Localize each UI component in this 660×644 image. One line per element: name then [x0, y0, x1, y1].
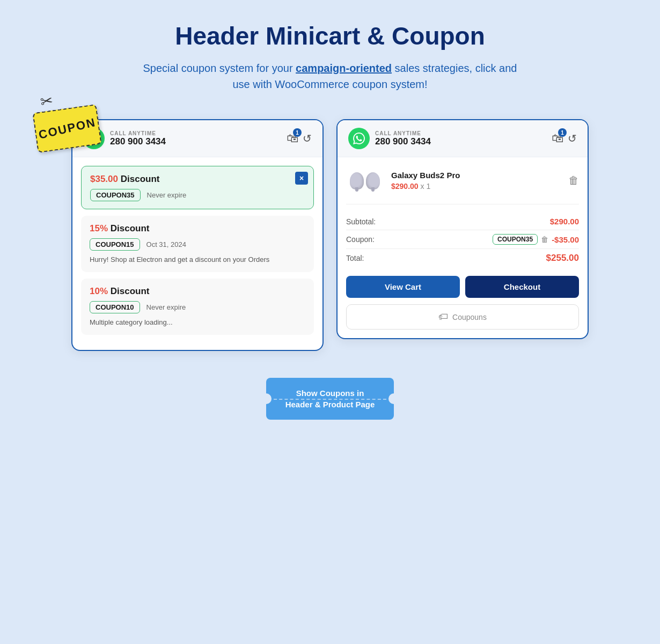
coupon-label: Coupon:	[346, 235, 375, 244]
coupon-2-amount: 15%	[90, 223, 108, 233]
page-subtitle: Special coupon system for your campaign-…	[142, 60, 518, 92]
view-cart-button[interactable]: View Cart	[346, 276, 460, 298]
cart-badge: 1	[293, 128, 302, 137]
minicart-body: Galaxy Buds2 Pro $290.00 x 1 🗑 Subtotal:…	[338, 157, 588, 338]
coupon-2-discount: 15% Discount	[90, 223, 305, 234]
cart-totals: Subtotal: $290.00 Coupon: COUPON35 🗑 -$3…	[346, 213, 579, 267]
coupon-item-1: × $35.00 Discount COUPON35 Never expire	[81, 166, 314, 209]
earbud-right	[366, 172, 380, 189]
coupon-3-description: Multiple category loading...	[90, 318, 305, 327]
coupon-3-amount: 10%	[90, 286, 108, 296]
coupon-applied-code[interactable]: COUPON35	[493, 234, 538, 245]
coupon-3-code[interactable]: COUPON10	[90, 301, 140, 313]
minicart-header-icons: 🛍 1 ↺	[552, 131, 577, 145]
subtotal-value: $290.00	[550, 217, 579, 226]
minicart-refresh-icon[interactable]: ↺	[568, 132, 577, 145]
coupon-3-expire: Never expire	[146, 303, 186, 311]
coupon-list: × $35.00 Discount COUPON35 Never expire …	[72, 157, 322, 350]
coupon-close-button[interactable]: ×	[295, 172, 308, 185]
product-price-value: $290.00	[391, 182, 419, 191]
coupon-1-amount: $35.00	[90, 174, 118, 184]
bottom-ticket: Show Coupons in Header & Product Page	[266, 378, 394, 420]
coupon-item-2: 15% Discount COUPON15 Oct 31, 2024 Hurry…	[81, 216, 314, 272]
coupon-panel-header: CALL ANYTIME 280 900 3434 🛍 1 ↺	[72, 120, 322, 157]
coupons-section[interactable]: 🏷 Coupouns	[346, 304, 579, 330]
coupon-tag-text: COUPON	[37, 115, 97, 142]
coupon-item-3: 10% Discount COUPON10 Never expire Multi…	[81, 279, 314, 335]
coupon-applied: COUPON35 🗑 -$35.00	[493, 234, 579, 245]
cart-product: Galaxy Buds2 Pro $290.00 x 1 🗑	[346, 166, 579, 204]
minicart-cart-icon-wrapper[interactable]: 🛍 1	[552, 131, 563, 145]
product-price: $290.00 x 1	[391, 182, 561, 191]
minicart-cart-badge: 1	[558, 128, 567, 137]
cart-icon-wrapper[interactable]: 🛍 1	[287, 131, 298, 145]
subtotal-label: Subtotal:	[346, 217, 376, 226]
total-label: Total:	[346, 254, 364, 262]
page-title: Header Minicart & Coupon	[175, 21, 485, 50]
coupon-2-code[interactable]: COUPON15	[90, 238, 140, 251]
coupon-3-label: Discount	[111, 286, 150, 296]
minicart-phone: 280 900 3434	[375, 136, 431, 147]
ticket-text: Show Coupons in Header & Product Page	[285, 387, 375, 410]
total-row: Total: $255.00	[346, 249, 579, 267]
coupon-1-label: Discount	[121, 174, 160, 184]
call-label: CALL ANYTIME	[110, 130, 166, 136]
delete-product-icon[interactable]: 🗑	[568, 174, 579, 187]
coupon-2-expire: Oct 31, 2024	[146, 240, 186, 248]
total-value: $255.00	[546, 253, 579, 264]
product-name: Galaxy Buds2 Pro	[391, 171, 561, 180]
coupon-section-icon: 🏷	[438, 311, 448, 323]
minicart-panel: CALL ANYTIME 280 900 3434 🛍 1 ↺	[336, 119, 589, 339]
coupon-1-expire: Never expire	[147, 191, 187, 199]
ticket-shape: Show Coupons in Header & Product Page	[266, 378, 394, 420]
minicart-panel-header: CALL ANYTIME 280 900 3434 🛍 1 ↺	[338, 120, 588, 157]
coupon-delete-icon[interactable]: 🗑	[541, 235, 548, 244]
scissors-icon: ✂	[39, 91, 54, 111]
cart-buttons: View Cart Checkout	[346, 276, 579, 298]
coupon-3-discount: 10% Discount	[90, 286, 305, 297]
coupon-2-label: Discount	[111, 223, 150, 233]
coupon-panel: CALL ANYTIME 280 900 3434 🛍 1 ↺ × $35.00…	[71, 119, 324, 351]
subtitle-before: Special coupon system for your	[143, 62, 296, 74]
coupon-section-text: Coupouns	[452, 313, 487, 321]
coupon-discount-value: -$35.00	[552, 235, 579, 244]
minicart-header-contact: CALL ANYTIME 280 900 3434	[348, 128, 431, 149]
product-image	[346, 166, 384, 195]
refresh-icon[interactable]: ↺	[303, 132, 312, 145]
product-info: Galaxy Buds2 Pro $290.00 x 1	[391, 171, 561, 191]
product-quantity: x 1	[421, 182, 431, 191]
coupon-1-code[interactable]: COUPON35	[90, 189, 141, 201]
subtotal-row: Subtotal: $290.00	[346, 213, 579, 230]
checkout-button[interactable]: Checkout	[465, 276, 579, 298]
header-icons: 🛍 1 ↺	[287, 131, 312, 145]
minicart-call-label: CALL ANYTIME	[375, 130, 431, 136]
coupon-1-discount: $35.00 Discount	[90, 174, 305, 185]
earbud-left	[350, 172, 364, 189]
coupon-tag-decoration: ✂ COUPON	[35, 108, 105, 157]
minicart-whatsapp-icon	[348, 128, 370, 149]
panels-container: ✂ COUPON CALL ANYTIME 280 900 3434	[35, 119, 625, 351]
coupon-row: Coupon: COUPON35 🗑 -$35.00	[346, 230, 579, 249]
subtitle-highlight: campaign-oriented	[296, 62, 392, 74]
phone-number: 280 900 3434	[110, 136, 166, 147]
coupon-2-description: Hurry! Shop at Electron and get a discou…	[90, 255, 305, 265]
